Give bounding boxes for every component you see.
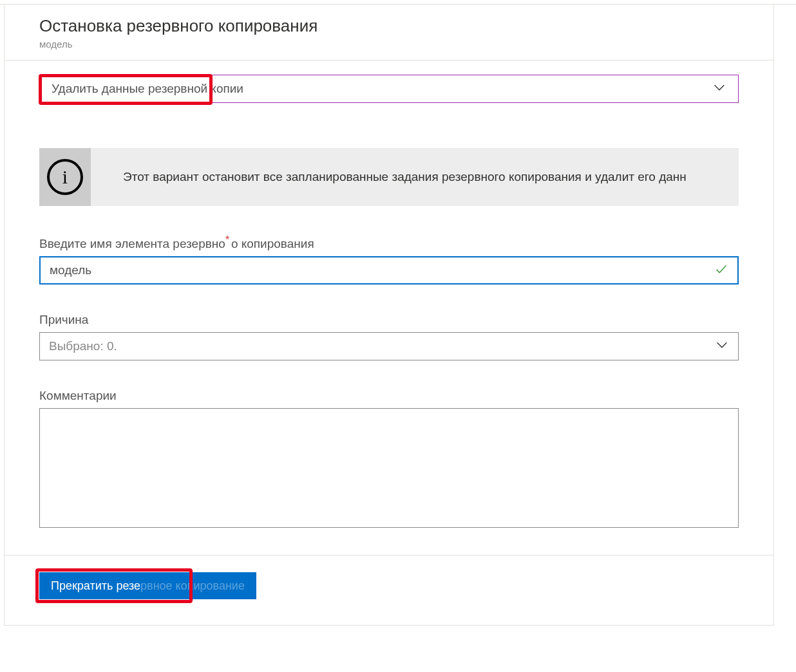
action-dropdown[interactable]: Удалить данные резервной копии <box>39 75 739 103</box>
info-icon-container: i <box>39 148 91 206</box>
item-name-label: Введите имя элемента резервно*о копирова… <box>39 237 314 251</box>
info-message: Этот вариант остановит все запланированн… <box>91 170 687 184</box>
panel-header: Остановка резервного копирования модель <box>5 5 773 57</box>
action-dropdown-value: Удалить данные резервной копии <box>52 82 243 96</box>
checkmark-icon <box>714 262 728 279</box>
page-subtitle: модель <box>39 39 773 50</box>
panel-footer: Прекратить резервное копирование <box>5 555 773 599</box>
reason-label: Причина <box>39 313 88 327</box>
info-banner: i Этот вариант остановит все запланирова… <box>39 148 739 206</box>
chevron-down-icon <box>715 338 729 355</box>
page-title: Остановка резервного копирования <box>39 16 773 36</box>
reason-field-group: Причина Выбрано: 0. <box>39 313 739 360</box>
comments-field-group: Комментарии <box>39 389 739 530</box>
stop-backup-panel: Остановка резервного копирования модель … <box>4 5 774 626</box>
reason-dropdown-value: Выбрано: 0. <box>49 339 117 353</box>
required-indicator: * <box>225 234 229 246</box>
chevron-down-icon <box>712 80 726 97</box>
comments-textarea[interactable] <box>39 408 739 528</box>
item-name-input[interactable]: модель <box>39 256 739 285</box>
item-name-value: модель <box>50 263 91 277</box>
comments-label: Комментарии <box>39 389 117 403</box>
reason-dropdown[interactable]: Выбрано: 0. <box>39 332 739 360</box>
info-icon: i <box>47 159 83 195</box>
item-name-field-group: Введите имя элемента резервно*о копирова… <box>39 237 739 285</box>
stop-backup-button[interactable]: Прекратить резервное копирование <box>39 572 256 599</box>
